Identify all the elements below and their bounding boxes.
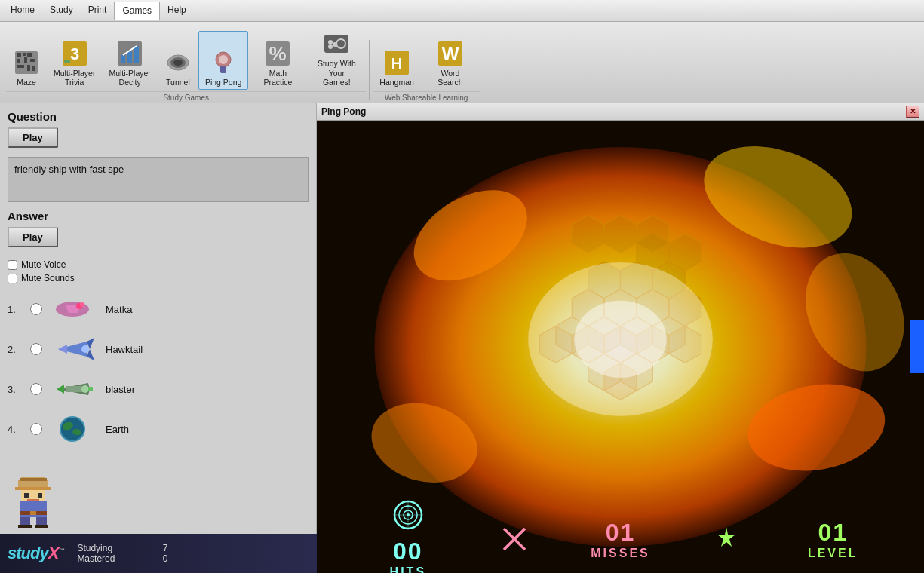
math-practice-label: Math Practice [255,69,300,87]
answer-text-2: Hawktail [106,344,143,355]
answer-row-2: 2. Hawktail [8,329,309,369]
svg-point-27 [328,40,333,44]
menu-help[interactable]: Help [160,2,194,20]
ribbon-btn-study-games[interactable]: Study WithYour Games! [307,31,366,90]
ribbon-btn-multiplayer-trivia[interactable]: 3 Multi-PlayerTrivia [47,31,102,90]
ribbon-btn-hangman[interactable]: H Hangman [373,31,421,90]
svg-rect-47 [88,387,93,391]
ping-pong-close-button[interactable]: ✕ [906,106,919,118]
svg-marker-39 [58,345,67,354]
answer-radio-1[interactable] [30,303,42,315]
ping-pong-game-area[interactable]: 00 HITS 01 MISSES [317,121,924,573]
multiplayer-trivia-icon: 3 [61,40,88,67]
ribbon-sep [369,40,370,100]
svg-point-99 [574,301,666,378]
svg-point-37 [80,302,84,307]
game-hud: 00 HITS 01 MISSES [317,505,924,573]
math-practice-icon: % [264,40,291,67]
answer-radio-2[interactable] [30,343,42,355]
ribbon-btn-multiplayer-decity[interactable]: Multi-PlayerDecity [102,31,157,90]
svg-rect-12 [64,60,70,63]
mute-sounds-label: Mute Sounds [21,273,75,283]
hangman-icon: H [383,49,410,76]
studyx-x: X [48,544,59,562]
answer-radio-4[interactable] [30,423,42,435]
menu-games[interactable]: Games [114,2,160,20]
ribbon: Maze 3 Multi-PlayerTrivia [0,22,924,105]
hud-level-icon-item [711,524,741,554]
svg-rect-6 [30,59,35,62]
question-title: Question [8,110,309,123]
svg-point-28 [328,44,333,49]
ribbon-btn-math-practice[interactable]: % Math Practice [248,31,307,90]
answer-radio-3[interactable] [30,383,42,395]
study-games-label: Study WithYour Games! [314,59,359,87]
svg-text:H: H [391,55,402,72]
svg-rect-66 [35,525,48,528]
maze-icon [13,49,40,76]
studyx-logo: studyX™ [8,544,63,563]
ribbon-group-web-shareable: H Hangman W Word Search Web Shareable Le… [373,31,480,103]
menu-study[interactable]: Study [42,2,81,20]
ping-pong-icon [210,49,237,76]
answer-text-3: blaster [106,384,135,395]
word-search-icon: W [437,40,464,67]
svg-rect-54 [20,478,47,481]
svg-rect-14 [121,55,125,63]
svg-rect-65 [18,525,32,528]
svg-rect-22 [220,66,226,73]
study-games-icon [323,30,350,57]
menu-home[interactable]: Home [3,2,42,20]
svg-rect-1 [17,53,21,57]
studyx-tm: ™ [58,547,63,554]
hits-label: HITS [390,565,426,574]
answer-num-2: 2. [8,344,30,355]
svg-marker-45 [57,385,64,394]
ribbon-btn-word-search[interactable]: W Word Search [421,31,480,90]
status-stats: Studying 7 Mastered 0 [77,543,167,564]
hud-misses-icon-item [499,524,530,554]
svg-point-21 [219,55,228,64]
answer-play-button[interactable]: Play [8,227,58,247]
ribbon-btn-tunnel[interactable]: Tunnel [158,31,198,90]
hud-hits: 00 HITS [317,500,499,574]
study-games-group-label: Study Games [6,91,366,103]
tunnel-label: Tunnel [166,78,190,87]
svg-point-42 [81,345,89,353]
answer-row-1: 1. Matka [8,290,309,329]
multiplayer-trivia-label: Multi-PlayerTrivia [54,69,95,87]
question-text: friendly ship with fast spe [8,157,309,202]
hud-level: 01 LEVEL [741,519,924,560]
answer-num-4: 4. [8,424,30,435]
svg-rect-5 [24,57,27,63]
answer-list: 1. Matka 2. [8,290,309,449]
answer-img-4 [50,412,95,446]
answer-num-3: 3. [8,384,30,395]
ping-pong-label: Ping Pong [205,78,241,87]
ribbon-btn-ping-pong[interactable]: Ping Pong [198,31,248,90]
svg-point-46 [81,385,89,393]
menu-print[interactable]: Print [81,2,115,20]
answer-img-3 [50,372,95,406]
answer-row-4: 4. Earth [8,409,309,449]
mute-voice-checkbox[interactable] [8,260,17,270]
studying-value: 7 [163,543,168,553]
mute-voice-label: Mute Voice [21,259,66,270]
ribbon-btn-maze[interactable]: Maze [6,31,47,90]
avatar [6,473,60,528]
answer-text-4: Earth [106,424,129,435]
answer-section: Answer Play Mute Voice Mute Sounds 1. [8,210,309,449]
svg-point-29 [333,42,337,47]
mute-sounds-checkbox[interactable] [8,274,17,283]
svg-point-19 [173,60,183,66]
studying-row: Studying 7 [77,543,167,553]
question-play-button[interactable]: Play [8,127,58,148]
svg-rect-55 [15,487,51,490]
mute-sounds-row: Mute Sounds [8,273,309,283]
svg-text:3: 3 [70,44,79,63]
hangman-label: Hangman [379,78,414,87]
svg-rect-3 [27,53,32,57]
ping-pong-title: Ping Pong [321,106,906,117]
ping-pong-window: Ping Pong ✕ [317,103,924,573]
web-shareable-group-label: Web Shareable Learning [373,91,480,103]
